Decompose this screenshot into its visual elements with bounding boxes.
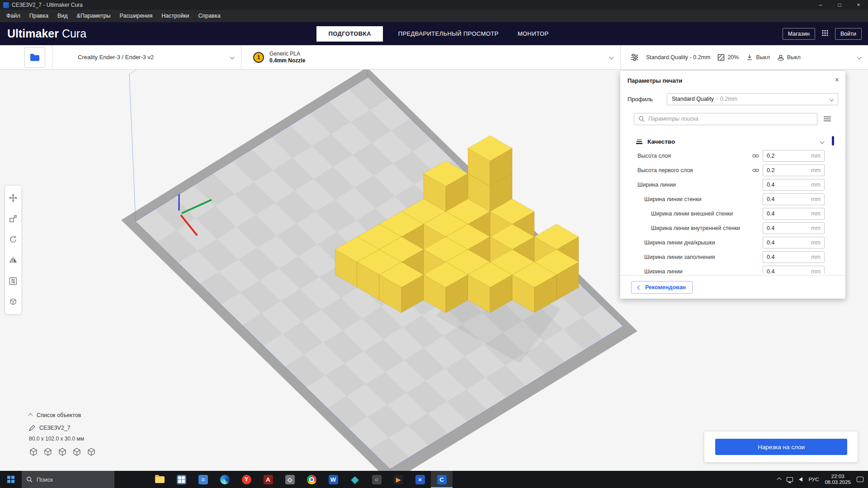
- printer-selector[interactable]: Creality Ender-3 / Ender-3 v2: [52, 45, 241, 69]
- move-tool-button[interactable]: [7, 192, 19, 204]
- maximize-button[interactable]: □: [830, 0, 849, 10]
- tray-expand-icon[interactable]: [777, 477, 782, 482]
- menu-settings[interactable]: &Параметры: [72, 10, 115, 22]
- setting-row-inner-wall-line-width[interactable]: Ширина линии внутренней стенки 0.4mm: [620, 221, 845, 235]
- tab-preview[interactable]: ПРЕДВАРИТЕЛЬНЫЙ ПРОСМОТР: [395, 26, 502, 42]
- setting-row-top-bottom-line-width[interactable]: Ширина линии дна/крышки 0.4mm: [620, 235, 845, 250]
- object-tools: [29, 447, 96, 458]
- support-blocker-button[interactable]: [7, 296, 19, 308]
- tab-prepare[interactable]: ПОДГОТОВКА: [316, 26, 382, 42]
- sign-in-button[interactable]: Войти: [835, 28, 862, 40]
- setting-row-layer-height[interactable]: Высота слоя 0.2mm: [620, 149, 845, 163]
- system-tray: РУС 22:03 08.03.2025: [778, 474, 868, 485]
- taskbar-app-word[interactable]: W: [322, 471, 344, 488]
- setting-value-field[interactable]: 0.4mm: [763, 179, 825, 191]
- menu-view[interactable]: Вид: [53, 10, 72, 22]
- taskbar-app-utility[interactable]: ◇: [279, 471, 301, 488]
- object-tool-icon-4[interactable]: [72, 447, 81, 458]
- taskbar-app-file-explorer[interactable]: [149, 471, 170, 488]
- setting-row-line-width[interactable]: Ширина линии 0.4mm: [620, 178, 845, 192]
- search-icon: [26, 476, 33, 483]
- menu-extensions[interactable]: Расширения: [115, 10, 157, 22]
- chevron-down-icon: [609, 55, 614, 60]
- object-tool-icon-3[interactable]: [58, 447, 67, 458]
- taskbar-search[interactable]: [22, 471, 114, 488]
- media-player-icon: ▶: [394, 475, 403, 484]
- open-file-button[interactable]: [24, 47, 45, 68]
- widgets-button[interactable]: [114, 471, 149, 488]
- material-selector[interactable]: 1 Generic PLA 0.4mm Nozzle: [241, 45, 620, 69]
- language-indicator[interactable]: РУС: [808, 477, 819, 482]
- object-tool-icon-1[interactable]: [29, 447, 38, 458]
- setting-value-field[interactable]: 0.4mm: [763, 222, 825, 234]
- profile-dropdown[interactable]: Standard Quality - 0.2mm: [667, 93, 838, 105]
- taskbar-app-yandex[interactable]: Y: [236, 471, 257, 488]
- menu-file[interactable]: Файл: [2, 10, 25, 22]
- viewport-3d[interactable]: Список объектов CE3E3V2_7 80.0 x 102.0 x…: [0, 70, 868, 471]
- print-settings-selector[interactable]: Standard Quality - 0.2mm 20% Выкл Выкл: [620, 45, 868, 69]
- setting-value-field[interactable]: 0.4mm: [763, 251, 825, 263]
- link-icon[interactable]: [752, 168, 759, 173]
- yandex-icon: Y: [242, 475, 251, 484]
- adhesion-icon: [777, 54, 784, 61]
- chevron-up-icon: [28, 413, 33, 418]
- taskbar-app-media-player[interactable]: ▶: [387, 471, 409, 488]
- taskbar-app-cura[interactable]: C: [431, 471, 453, 488]
- tab-monitor[interactable]: МОНИТОР: [514, 26, 552, 42]
- header-actions: Магазин Войти: [783, 28, 862, 40]
- network-icon[interactable]: [787, 477, 793, 482]
- menu-preferences[interactable]: Настройки: [157, 10, 193, 22]
- start-button[interactable]: [0, 471, 22, 488]
- setting-row-outer-wall-line-width[interactable]: Ширина линии внешней стенки 0.4mm: [620, 206, 845, 221]
- setting-row-infill-line-width[interactable]: Ширина линии заполнения 0.4mm: [620, 250, 845, 264]
- taskbar-clock[interactable]: 22:03 08.03.2025: [825, 474, 851, 485]
- taskbar-search-input[interactable]: [37, 476, 100, 483]
- taskbar-app-microsoft-store[interactable]: [170, 471, 192, 488]
- panel-scrollbar[interactable]: [832, 136, 834, 145]
- taskbar-app-camera[interactable]: ○: [366, 471, 387, 488]
- per-model-settings-button[interactable]: [7, 275, 19, 287]
- slice-button[interactable]: Нарезка на слои: [715, 439, 847, 455]
- menu-edit[interactable]: Правка: [25, 10, 53, 22]
- volume-icon[interactable]: [799, 477, 802, 482]
- notification-center-icon[interactable]: [857, 477, 863, 482]
- object-tool-icon-2[interactable]: [43, 447, 52, 458]
- panel-close-button[interactable]: ×: [835, 75, 839, 84]
- setting-row-initial-layer-height[interactable]: Высота первого слоя 0.2mm: [620, 163, 845, 178]
- minimize-button[interactable]: –: [811, 0, 830, 10]
- taskbar-app-blue-x[interactable]: ×: [409, 471, 431, 488]
- rotate-tool-button[interactable]: [7, 234, 19, 245]
- setting-value-field[interactable]: 0.2mm: [763, 150, 825, 162]
- settings-menu-button[interactable]: [824, 116, 831, 122]
- taskbar-app-photos[interactable]: ◆: [344, 471, 366, 488]
- link-icon[interactable]: [752, 154, 759, 158]
- menu-help[interactable]: Справка: [194, 10, 225, 22]
- object-list-item[interactable]: CE3E3V2_7: [29, 425, 96, 431]
- apps-grid-icon[interactable]: [821, 29, 829, 38]
- marketplace-button[interactable]: Магазин: [783, 28, 815, 40]
- section-quality[interactable]: Качество: [620, 134, 845, 149]
- setting-row-wall-line-width[interactable]: Ширина линии стенки 0.4mm: [620, 192, 845, 206]
- rotate-icon: [9, 235, 17, 244]
- scale-tool-button[interactable]: [7, 213, 19, 225]
- chrome-icon: [307, 475, 316, 484]
- taskbar-app-acrobat[interactable]: A: [257, 471, 279, 488]
- support-indicator: Выкл: [746, 54, 769, 61]
- settings-search-box[interactable]: [634, 113, 817, 125]
- mirror-tool-button[interactable]: [7, 254, 19, 266]
- setting-value-field[interactable]: 0.4mm: [763, 208, 825, 220]
- close-button[interactable]: ×: [849, 0, 868, 10]
- object-list-toggle[interactable]: Список объектов: [29, 412, 96, 418]
- setting-value-field[interactable]: 0.4mm: [763, 266, 825, 273]
- taskbar-app-calculator[interactable]: =: [192, 471, 214, 488]
- profile-detail: - 0.2mm: [717, 96, 737, 102]
- recommended-mode-button[interactable]: Рекомендован: [631, 281, 693, 294]
- setting-value-field[interactable]: 0.2mm: [763, 164, 825, 176]
- setting-value-field[interactable]: 0.4mm: [763, 193, 825, 205]
- taskbar-app-chrome[interactable]: [301, 471, 322, 488]
- setting-row-clipped[interactable]: Ширина линии 0.4mm: [620, 264, 845, 273]
- setting-value-field[interactable]: 0.4mm: [763, 237, 825, 249]
- object-tool-icon-5[interactable]: [87, 447, 96, 458]
- taskbar-app-edge[interactable]: [214, 471, 236, 488]
- settings-search-input[interactable]: [648, 116, 813, 122]
